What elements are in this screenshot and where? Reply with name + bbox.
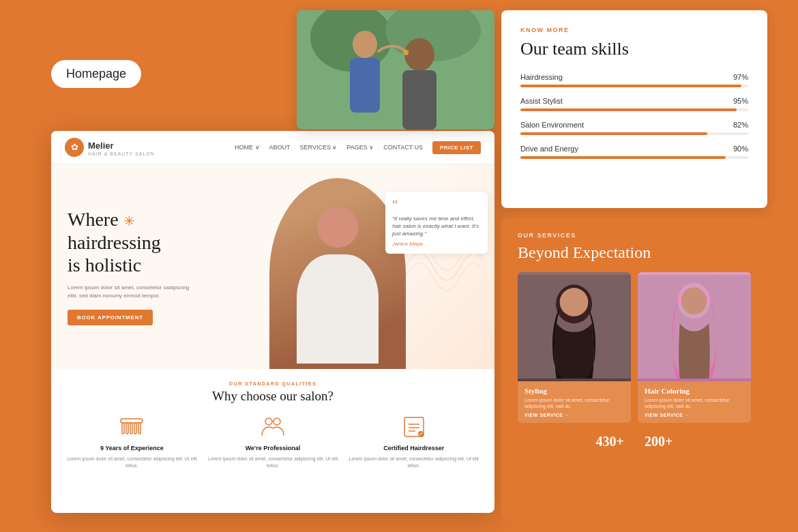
stat-item-1: 430+	[596, 434, 624, 449]
stylist-scene	[297, 10, 494, 130]
service-link-1[interactable]: VIEW SERVICE →	[524, 413, 624, 417]
services-section: OUR SERVICES Beyond Expectation Styling	[501, 218, 767, 518]
svg-point-16	[353, 31, 377, 58]
service-info-styling: Styling Lorem ipsum dolor sit amet, cons…	[518, 381, 631, 423]
svg-point-20	[403, 50, 409, 55]
quote-box: " "It really saves me time and effort, h…	[385, 192, 488, 254]
skill-row-salon: Salon Environment 82%	[520, 121, 748, 135]
features-row: 9 Years of Experience Lorem ipsum dolor …	[65, 413, 481, 469]
service-desc-1: Lorem ipsum dolor sit amet, consectetur …	[524, 397, 624, 409]
skill-bar-bg-3	[520, 132, 748, 135]
stat-item-2: 200+	[645, 434, 673, 449]
svg-point-7	[274, 418, 280, 425]
why-label: OUR STANDARD QUALITIES	[65, 381, 481, 386]
service-card-coloring: Hair Coloring Lorem ipsum dolor sit amet…	[638, 272, 751, 423]
feature-3-title: Certified Hairdresser	[383, 445, 444, 452]
hero-subtitle: Lorem ipsum dolor sit amet, consetetur s…	[68, 284, 190, 300]
photo-card	[297, 10, 494, 130]
service-img-styling	[518, 272, 631, 381]
stat-number-2: 200+	[645, 434, 673, 449]
svg-rect-5	[138, 423, 141, 434]
svg-rect-4	[134, 423, 136, 434]
svg-point-23	[560, 288, 589, 316]
comb-icon	[118, 413, 145, 441]
why-title: Why choose our salon?	[65, 389, 481, 404]
styling-img-svg	[518, 272, 631, 381]
navbar: ✿ Melier HAIR & BEAUTY SALON HOME ∨ ABOU…	[51, 131, 494, 164]
photo-bg	[297, 10, 494, 130]
scene-svg	[297, 10, 494, 130]
certificate-icon	[400, 413, 428, 441]
skill-bar-bg-1	[520, 85, 748, 87]
skill-bar-bg-2	[520, 108, 748, 111]
hero-title: Where ✳ hairdressing is holistic	[68, 208, 212, 277]
why-section: OUR STANDARD QUALITIES Why choose our sa…	[51, 369, 494, 479]
feature-experience: 9 Years of Experience Lorem ipsum dolor …	[65, 413, 199, 469]
people-icon	[259, 413, 286, 441]
service-name-1: Styling	[524, 387, 624, 395]
quote-author: Janice Maya	[392, 241, 481, 247]
service-cards-row: Styling Lorem ipsum dolor sit amet, cons…	[518, 272, 751, 423]
feature-1-title: 9 Years of Experience	[100, 445, 164, 452]
skill-pct-3: 82%	[733, 121, 748, 129]
feature-1-desc: Lorem ipsum dolor sit amet, consectetur …	[65, 456, 199, 469]
feature-professional: We're Professional Lorem ipsum dolor sit…	[206, 413, 340, 469]
svg-point-6	[265, 418, 272, 425]
skill-name-2: Assist Stylist	[520, 97, 563, 105]
feature-2-title: We're Professional	[246, 445, 301, 452]
skill-name-3: Salon Environment	[520, 121, 584, 129]
skill-bar-fill-2	[520, 108, 737, 111]
nav-home[interactable]: HOME ∨	[235, 144, 260, 151]
svg-rect-2	[126, 423, 128, 434]
service-img-coloring	[638, 272, 751, 381]
skill-pct-4: 90%	[733, 145, 748, 153]
nav-pages[interactable]: PAGES ∨	[346, 144, 374, 151]
quote-text: "It really saves me time and effort, hai…	[392, 215, 481, 238]
service-card-styling: Styling Lorem ipsum dolor sit amet, cons…	[518, 272, 631, 423]
hero-section: Where ✳ hairdressing is holistic Lorem i…	[51, 164, 494, 369]
skills-label: KNOW MORE	[520, 27, 748, 33]
nav-about[interactable]: ABOUT	[269, 144, 291, 151]
service-info-coloring: Hair Coloring Lorem ipsum dolor sit amet…	[638, 381, 751, 423]
nav-contact[interactable]: CONTACT US	[383, 144, 423, 151]
svg-rect-19	[402, 70, 437, 130]
book-appointment-button[interactable]: BOOK APPOINTMENT	[68, 310, 153, 325]
logo-sub: HAIR & BEAUTY SALON	[88, 151, 155, 156]
skill-row-hairdressing: Hairdressing 97%	[520, 73, 748, 87]
nav-services[interactable]: SERVICES ∨	[300, 144, 338, 151]
feature-3-desc: Lorem ipsum dolor sit amet, consectetur …	[346, 456, 481, 469]
price-list-button[interactable]: PRICE LIST	[432, 141, 481, 154]
feature-certified: Certified Hairdresser Lorem ipsum dolor …	[346, 413, 481, 469]
stats-row: 430+ 200+	[518, 434, 751, 449]
svg-point-26	[681, 287, 707, 314]
skill-bar-fill-3	[520, 132, 707, 135]
services-title: Beyond Expectation	[518, 243, 751, 263]
nav-links: HOME ∨ ABOUT SERVICES ∨ PAGES ∨ CONTACT …	[235, 141, 481, 154]
quote-icon: "	[392, 198, 481, 212]
svg-rect-0	[121, 419, 143, 423]
svg-rect-3	[130, 423, 132, 434]
main-mockup: ✿ Melier HAIR & BEAUTY SALON HOME ∨ ABOU…	[51, 131, 494, 513]
stat-number-1: 430+	[596, 434, 624, 449]
service-link-2[interactable]: VIEW SERVICE →	[645, 413, 744, 417]
logo-icon: ✿	[65, 138, 84, 157]
feature-2-desc: Lorem ipsum dolor sit amet, consectetur …	[206, 456, 340, 469]
skill-row-drive: Drive and Energy 90%	[520, 145, 748, 159]
skill-bar-bg-4	[520, 156, 748, 159]
skill-name-1: Hairdressing	[520, 73, 563, 81]
skill-row-stylist: Assist Stylist 95%	[520, 97, 748, 111]
svg-rect-1	[122, 423, 124, 434]
skill-pct-1: 97%	[733, 73, 748, 81]
homepage-label: Homepage	[51, 60, 141, 88]
skill-pct-2: 95%	[733, 97, 748, 105]
logo-name: Melier	[88, 141, 114, 151]
skill-name-4: Drive and Energy	[520, 145, 578, 153]
coloring-img-svg	[638, 272, 751, 381]
skills-title: Our team skills	[520, 39, 748, 59]
service-name-2: Hair Coloring	[645, 387, 744, 395]
svg-rect-17	[350, 58, 380, 113]
skill-bar-fill-4	[520, 156, 726, 159]
svg-point-18	[404, 38, 434, 71]
skills-card: KNOW MORE Our team skills Hairdressing 9…	[501, 10, 767, 208]
service-desc-2: Lorem ipsum dolor sit amet, consectetur …	[645, 397, 744, 409]
